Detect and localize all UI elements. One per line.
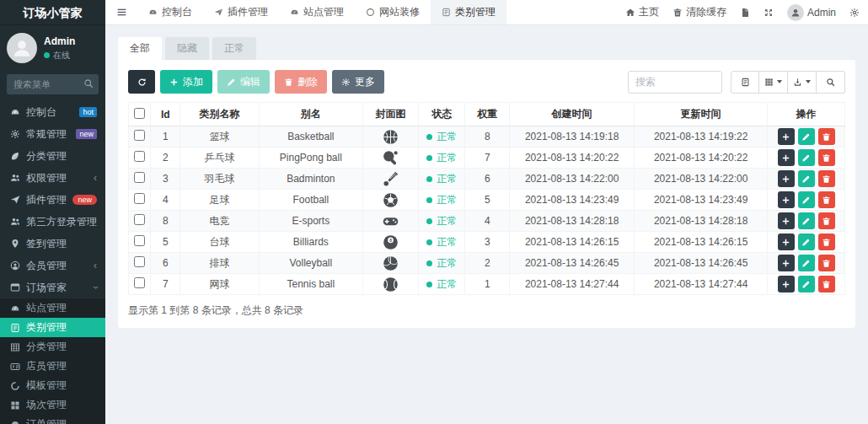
status-label: 正常 [437, 193, 457, 207]
app-root: 订场小管家 Admin 在线 控制台hot常规管理new分类管理权限管理‹插件管… [0, 0, 868, 424]
delete-row-button[interactable] [818, 128, 835, 145]
status-label: 正常 [437, 277, 457, 292]
delete-button[interactable]: 删除 [275, 70, 327, 94]
row-checkbox[interactable] [134, 193, 145, 204]
topnav-tab-decorate[interactable]: 网站装修 [355, 0, 431, 24]
user-icon [11, 37, 33, 59]
row-checkbox[interactable] [134, 256, 145, 267]
sidebar-subitem-order[interactable]: 订单管理 [0, 415, 105, 424]
filter-tab-all[interactable]: 全部 [118, 37, 162, 60]
delete-row-button[interactable] [818, 212, 835, 229]
topnav-tab-addon[interactable]: 插件管理 [203, 0, 279, 24]
topnav-home[interactable]: 主页 [625, 5, 659, 19]
sidebar-toggle-button[interactable] [105, 0, 137, 24]
sidebar-item-dashboard[interactable]: 控制台hot [0, 101, 105, 123]
table-row: 5台球Billiards8正常32021-08-13 14:26:152021-… [129, 232, 845, 253]
delete-row-button[interactable] [818, 191, 835, 208]
columns-button[interactable] [759, 71, 788, 94]
volleyball-icon [366, 255, 415, 272]
column-header: Id [151, 103, 180, 126]
row-id: 8 [151, 211, 180, 232]
row-actions [770, 233, 842, 250]
idcard-icon [8, 362, 21, 372]
row-actions [770, 276, 842, 293]
chevron-left-icon: ‹ [94, 260, 97, 271]
toggle-view-button[interactable] [731, 71, 759, 94]
select-all-checkbox[interactable] [134, 108, 145, 119]
add-sub-button[interactable] [778, 191, 795, 208]
export-button[interactable] [788, 71, 817, 94]
topnav-settings[interactable] [849, 8, 860, 18]
topnav-tab-type[interactable]: 类别管理 [431, 0, 506, 24]
add-button[interactable]: 添加 [160, 70, 212, 94]
sidebar-item-addon[interactable]: 插件管理new [0, 189, 105, 211]
table-panel: 添加编辑删除更多 Id类别名称别名封面图状态权重创建时间更新时间操作 1篮球Ba… [118, 60, 855, 328]
sidebar-item-auth[interactable]: 权限管理‹ [0, 167, 105, 189]
delete-row-button[interactable] [818, 276, 835, 293]
delete-row-button[interactable] [818, 255, 835, 271]
add-sub-button[interactable] [778, 255, 795, 271]
row-checkbox[interactable] [134, 172, 145, 183]
expand-icon [764, 8, 774, 18]
row-checkbox[interactable] [134, 235, 145, 246]
topnav-tab-dashboard[interactable]: 控制台 [137, 0, 203, 24]
edit-row-button[interactable] [798, 276, 815, 293]
sidebar-item-signin[interactable]: 签到管理 [0, 233, 105, 255]
edit-row-button[interactable] [798, 191, 815, 208]
edit-row-button[interactable] [798, 233, 815, 250]
plus-icon [781, 238, 790, 247]
sidebar-subitem-type[interactable]: 类别管理 [0, 318, 105, 337]
refresh-button[interactable] [128, 70, 155, 94]
status-dot-icon [426, 197, 432, 203]
sidebar-subitem-site[interactable]: 站点管理 [0, 298, 105, 318]
edit-row-button[interactable] [798, 212, 815, 229]
row-weight: 2 [465, 253, 510, 274]
delete-row-button[interactable] [818, 170, 835, 187]
trash-icon [284, 78, 293, 87]
sidebar-item-member[interactable]: 会员管理‹ [0, 255, 105, 276]
sidebar-item-booking[interactable]: 订场管家‹ [0, 276, 105, 298]
sidebar-subitem-classify[interactable]: 分类管理 [0, 337, 105, 357]
topnav-shortcut[interactable] [740, 8, 750, 18]
add-sub-button[interactable] [778, 276, 795, 293]
table-row: 3羽毛球Badminton正常62021-08-13 14:22:002021-… [129, 169, 845, 190]
topnav-clear-cache[interactable]: 清除缓存 [672, 5, 726, 19]
row-checkbox[interactable] [134, 130, 145, 141]
add-sub-button[interactable] [778, 233, 795, 250]
add-sub-button[interactable] [778, 128, 795, 145]
status-label: 正常 [437, 130, 457, 144]
delete-row-button[interactable] [818, 233, 835, 250]
sidebar-item-general[interactable]: 常规管理new [0, 123, 105, 145]
sidebar-subitem-session[interactable]: 场次管理 [0, 395, 105, 415]
edit-row-button[interactable] [798, 170, 815, 187]
topnav-home-label: 主页 [639, 5, 659, 19]
edit-row-button[interactable] [798, 128, 815, 145]
add-sub-button[interactable] [778, 149, 795, 166]
edit-row-button[interactable] [798, 149, 815, 166]
column-header: 状态 [419, 103, 465, 126]
edit-row-button[interactable] [798, 255, 815, 271]
row-checkbox[interactable] [134, 151, 145, 162]
topnav-tab-site[interactable]: 站点管理 [279, 0, 355, 24]
table-search-input[interactable] [628, 71, 722, 94]
sidebar-subitem-clerk[interactable]: 店员管理 [0, 357, 105, 376]
row-checkbox[interactable] [134, 277, 145, 288]
user-circle-icon [8, 260, 21, 271]
table-row: 4足球Football正常52021-08-13 14:23:492021-08… [129, 190, 845, 211]
topnav-fullscreen[interactable] [764, 8, 774, 18]
search-toggle-button[interactable] [817, 71, 845, 94]
filter-tab-normal[interactable]: 正常 [212, 37, 256, 60]
edit-button[interactable]: 编辑 [217, 70, 270, 94]
topnav-admin[interactable]: Admin [787, 4, 836, 21]
row-checkbox[interactable] [134, 214, 145, 225]
sidebar-item-third[interactable]: 第三方登录管理 [0, 211, 105, 233]
sidebar-subitem-template[interactable]: 模板管理 [0, 376, 105, 395]
filter-tab-hidden[interactable]: 隐藏 [165, 37, 209, 60]
sidebar-item-category[interactable]: 分类管理 [0, 145, 105, 167]
toolbar-right [628, 71, 845, 94]
more-button[interactable]: 更多 [332, 70, 384, 94]
add-sub-button[interactable] [778, 170, 795, 187]
delete-row-button[interactable] [818, 149, 835, 166]
add-sub-button[interactable] [778, 212, 795, 229]
sidebar-item-label: 常规管理 [26, 127, 67, 142]
